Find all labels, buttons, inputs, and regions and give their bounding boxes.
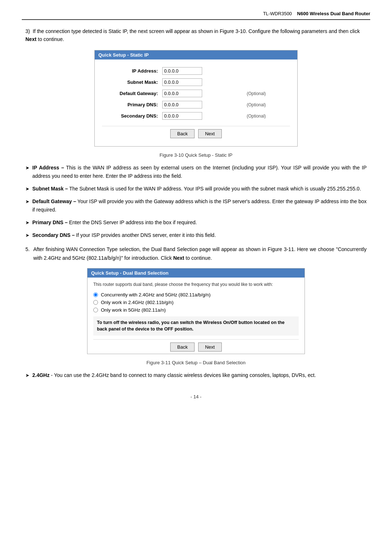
page-header: TL-WDR3500 N600 Wireless Dual Band Route… — [22, 11, 370, 20]
ip-address-bullet: IP Address – This is the WAN IP address … — [32, 164, 367, 180]
secondary-dns-label: Secondary DNS: — [102, 110, 160, 122]
table-row: Primary DNS: (Optional) — [102, 99, 290, 110]
default-gateway-label: Default Gateway: — [102, 88, 160, 99]
subnet-mask-label: Subnet Mask: — [102, 77, 160, 88]
secondary-dns-bullet: Secondary DNS – If your ISP provides ano… — [32, 231, 367, 239]
default-gateway-optional: (Optional) — [242, 88, 290, 99]
radio-concurrent-label: Concurrently with 2.4GHz and 5GHz (802.1… — [101, 292, 211, 297]
primary-dns-label: Primary DNS: — [102, 99, 160, 110]
figure-11-caption: Figure 3-11 Quick Setup – Dual Band Sele… — [25, 360, 367, 365]
warning-box: To turn off the wireless radio, you can … — [93, 316, 299, 336]
primary-dns-optional: (Optional) — [242, 99, 290, 110]
primary-dns-term: Primary DNS – — [32, 219, 68, 225]
subnet-optional-cell — [242, 77, 290, 88]
static-ip-next-button[interactable]: Next — [198, 129, 222, 138]
arrow-icon: ➤ — [25, 164, 29, 172]
table-row: IP Address: — [102, 65, 290, 77]
model-number: TL-WDR3500 — [263, 11, 292, 16]
warning-text: To turn off the wireless radio, you can … — [97, 320, 285, 332]
dual-band-title: Quick Setup - Dual Band Selection — [87, 268, 305, 278]
static-ip-back-button[interactable]: Back — [170, 129, 195, 138]
list-item: ➤ IP Address – This is the WAN IP addres… — [25, 164, 367, 180]
static-ip-body: IP Address: Subnet Mask: Default Gateway… — [95, 59, 297, 146]
default-gateway-cell — [160, 88, 242, 99]
secondary-dns-cell — [160, 110, 242, 122]
arrow-icon: ➤ — [25, 231, 29, 239]
subnet-mask-input[interactable] — [162, 78, 202, 86]
24ghz-bullet: 2.4GHz - You can use the 2.4GHz band to … — [32, 371, 367, 379]
subnet-mask-cell — [160, 77, 242, 88]
ip-address-term: IP Address – — [32, 165, 64, 171]
radio-24ghz[interactable] — [93, 300, 98, 305]
dual-band-back-button[interactable]: Back — [170, 342, 195, 352]
section5: 5. After finishing WAN Connection Type s… — [25, 245, 367, 262]
table-row: Default Gateway: (Optional) — [102, 88, 290, 99]
radio-option-concurrent: Concurrently with 2.4GHz and 5GHz (802.1… — [93, 292, 299, 297]
table-row: Subnet Mask: — [102, 77, 290, 88]
ip-address-label: IP Address: — [102, 65, 160, 77]
dual-band-body: This router supports dual band, please c… — [87, 278, 305, 354]
section3-intro: 3) If the connection type detected is St… — [25, 27, 367, 44]
static-ip-title: Quick Setup - Static IP — [95, 50, 297, 59]
default-gateway-bullet: Default Gateway – Your ISP will provide … — [32, 197, 367, 214]
bottom-bullet: ➤ 2.4GHz - You can use the 2.4GHz band t… — [25, 371, 367, 379]
static-ip-form: IP Address: Subnet Mask: Default Gateway… — [102, 65, 290, 122]
ip-address-cell — [160, 65, 242, 77]
dual-band-box: Quick Setup - Dual Band Selection This r… — [87, 268, 305, 354]
24ghz-term: 2.4GHz — [32, 372, 49, 378]
secondary-dns-optional: (Optional) — [242, 110, 290, 122]
radio-5ghz-label: Only work in 5GHz (802.11a/n) — [101, 307, 166, 313]
list-item: ➤ Secondary DNS – If your ISP provides a… — [25, 231, 367, 239]
section3-text: 3) If the connection type detected is St… — [25, 28, 360, 42]
primary-dns-cell — [160, 99, 242, 110]
list-item: ➤ Default Gateway – Your ISP will provid… — [25, 197, 367, 214]
radio-option-24ghz: Only work in 2.4GHz (802.11b/g/n) — [93, 300, 299, 305]
secondary-dns-input[interactable] — [162, 112, 202, 120]
dual-band-description: This router supports dual band, please c… — [93, 281, 299, 288]
next-keyword-2: Next — [173, 255, 184, 261]
static-ip-button-row: Back Next — [102, 126, 290, 140]
secondary-dns-term: Secondary DNS – — [32, 232, 75, 238]
radio-concurrent[interactable] — [93, 292, 98, 297]
default-gateway-input[interactable] — [162, 90, 202, 97]
table-row: Secondary DNS: (Optional) — [102, 110, 290, 122]
radio-option-5ghz: Only work in 5GHz (802.11a/n) — [93, 307, 299, 313]
product-name: N600 Wireless Dual Band Router — [297, 11, 370, 16]
page-number: - 14 - — [191, 394, 201, 399]
arrow-icon: ➤ — [25, 198, 29, 205]
ip-address-input[interactable] — [162, 67, 202, 75]
static-ip-box: Quick Setup - Static IP IP Address: Subn… — [94, 50, 298, 147]
dual-band-button-row: Back Next — [93, 339, 299, 354]
dual-band-next-button[interactable]: Next — [198, 342, 222, 352]
arrow-icon: ➤ — [25, 185, 29, 193]
primary-dns-input[interactable] — [162, 101, 202, 108]
list-item: ➤ Primary DNS – Enter the DNS Server IP … — [25, 218, 367, 227]
radio-24ghz-label: Only work in 2.4GHz (802.11b/g/n) — [101, 300, 173, 305]
default-gateway-term: Default Gateway – — [32, 198, 76, 204]
ip-optional-cell — [242, 65, 290, 77]
section5-number: 5. — [25, 245, 30, 254]
list-item: ➤ Subnet Mask – The Subnet Mask is used … — [25, 185, 367, 193]
figure-10-caption: Figure 3-10 Quick Setup - Static IP — [25, 152, 367, 158]
primary-dns-bullet: Primary DNS – Enter the DNS Server IP ad… — [32, 218, 367, 227]
page-footer: - 14 - — [22, 394, 370, 399]
arrow-icon: ➤ — [25, 219, 29, 226]
subnet-mask-term: Subnet Mask – — [32, 186, 68, 192]
next-keyword-1: Next — [25, 36, 36, 42]
arrow-icon: ➤ — [25, 372, 29, 379]
main-content: 3) If the connection type detected is St… — [22, 27, 370, 379]
subnet-mask-bullet: Subnet Mask – The Subnet Mask is used fo… — [32, 185, 367, 193]
radio-5ghz[interactable] — [93, 308, 98, 312]
section5-text: After finishing WAN Connection Type sele… — [33, 245, 367, 262]
bullet-list: ➤ IP Address – This is the WAN IP addres… — [25, 164, 367, 240]
